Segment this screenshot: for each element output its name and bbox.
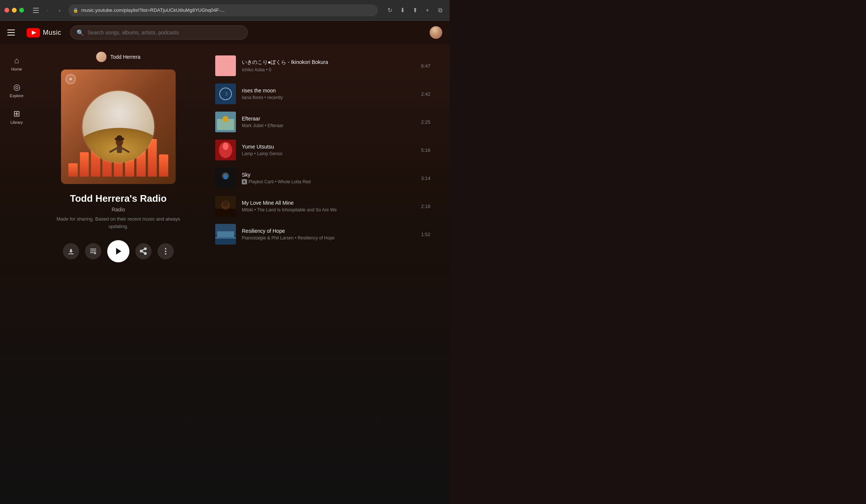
content-area: Todd Herrera <box>33 44 450 504</box>
share-icon[interactable]: ⬆ <box>410 5 420 16</box>
track-duration-2: 2:42 <box>421 91 430 97</box>
search-input[interactable] <box>88 30 241 35</box>
more-icon <box>162 248 169 255</box>
user-avatar[interactable] <box>430 26 442 39</box>
album-circle-image <box>82 91 154 163</box>
track-thumbnail-2: ☽ <box>215 84 236 104</box>
track-item[interactable]: Efteraar Mark Jubel • Efteraar 2:25 <box>211 108 435 136</box>
sidebar-item-library[interactable]: ⊞ Library <box>3 105 30 129</box>
track-artist-4: Lamp • Lamp Genso <box>242 151 283 156</box>
explore-label: Explore <box>10 93 23 98</box>
queue-button[interactable] <box>85 243 101 259</box>
play-button[interactable] <box>107 240 129 262</box>
logo-area: Music <box>27 28 61 37</box>
hamburger-line-1 <box>7 30 15 30</box>
left-panel: Todd Herrera <box>48 52 189 497</box>
track-info-6: My Love Mine All Mine Mitski • The Land … <box>242 200 415 212</box>
hamburger-button[interactable] <box>7 25 22 40</box>
more-button[interactable] <box>158 243 174 259</box>
track-meta-7: Pianostalgie & Phil Larsen • Resiliency … <box>242 235 415 241</box>
sidebar-item-home[interactable]: ⌂ Home <box>3 52 30 75</box>
playlist-type: Radio <box>112 207 125 212</box>
explicit-badge-5: E <box>242 179 247 184</box>
search-icon: 🔍 <box>77 29 84 36</box>
download-button[interactable] <box>63 243 79 259</box>
track-thumbnail-4 <box>215 140 236 160</box>
track-title-2: rises the moon <box>242 88 415 93</box>
track-meta-3: Mark Jubel • Efteraar <box>242 123 415 128</box>
back-button[interactable]: ‹ <box>43 5 53 16</box>
svg-rect-16 <box>117 146 122 153</box>
track-item[interactable]: ☽ rises the moon liana flores • recently… <box>211 80 435 108</box>
bar-1 <box>68 163 78 177</box>
album-art-container <box>61 69 176 184</box>
track-thumbnail-6 <box>215 196 236 217</box>
svg-rect-1 <box>33 10 39 11</box>
forward-button[interactable]: › <box>54 5 65 16</box>
explore-icon: ◎ <box>13 82 20 92</box>
home-icon: ⌂ <box>14 56 19 65</box>
svg-rect-41 <box>215 209 236 217</box>
sidebar-toggle-icon[interactable] <box>31 5 41 16</box>
new-tab-icon[interactable]: + <box>422 5 433 16</box>
svg-point-43 <box>223 201 228 207</box>
hamburger-line-2 <box>7 32 15 33</box>
track-duration-4: 5:16 <box>421 147 430 153</box>
track-title-5: Sky <box>242 172 415 178</box>
app-title: Music <box>43 29 61 37</box>
svg-rect-47 <box>217 231 234 237</box>
library-label: Library <box>10 120 23 125</box>
track-item[interactable]: Resiliency of Hope Pianostalgie & Phil L… <box>211 220 435 248</box>
track-info-3: Efteraar Mark Jubel • Efteraar <box>242 116 415 128</box>
svg-point-25 <box>165 251 166 252</box>
track-thumbnail-7 <box>215 224 236 245</box>
track-artist-3: Mark Jubel • Efteraar <box>242 123 283 128</box>
download-icon <box>67 248 75 255</box>
track-meta-1: Ichiko Aoba • 0 <box>242 67 415 72</box>
maximize-button[interactable] <box>19 8 24 13</box>
track-info-2: rises the moon liana flores • recently <box>242 88 415 100</box>
svg-marker-22 <box>94 252 97 255</box>
track-item[interactable]: 👤 Sky E Playboi Carti • Whole Lotta Red … <box>211 164 435 192</box>
app-container: Music 🔍 ⌂ Home ◎ Explore ⊞ Library <box>0 21 450 504</box>
share-button[interactable] <box>135 243 152 259</box>
track-title-7: Resiliency of Hope <box>242 228 415 234</box>
hamburger-line-3 <box>7 35 15 35</box>
browser-actions: ↻ ⬇ ⬆ + ⧉ <box>385 5 445 16</box>
action-buttons <box>63 240 174 262</box>
download-icon[interactable]: ⬇ <box>397 5 407 16</box>
top-nav: Music 🔍 <box>0 21 450 44</box>
url-text: music.youtube.com/playlist?list=RDATjuUC… <box>81 7 224 13</box>
track-duration-5: 3:14 <box>421 176 430 181</box>
track-duration-6: 2:18 <box>421 204 430 209</box>
svg-marker-23 <box>116 248 121 255</box>
track-title-3: Efteraar <box>242 116 415 122</box>
svg-point-15 <box>116 135 122 140</box>
track-artist-5: Playboi Carti • Whole Lotta Red <box>248 179 311 184</box>
refresh-icon[interactable]: ↻ <box>385 5 395 16</box>
playlist-title: Todd Herrera's Radio <box>70 193 166 204</box>
close-button[interactable] <box>4 8 9 13</box>
track-item[interactable]: Yume Utsutsu Lamp • Lamp Genso 5:16 <box>211 136 435 164</box>
tabs-icon[interactable]: ⧉ <box>435 5 445 16</box>
track-item[interactable]: My Love Mine All Mine Mitski • The Land … <box>211 192 435 220</box>
sidebar: ⌂ Home ◎ Explore ⊞ Library <box>0 44 33 504</box>
svg-rect-20 <box>90 251 96 251</box>
play-icon <box>114 247 123 256</box>
search-bar[interactable]: 🔍 <box>70 25 248 40</box>
track-duration-1: 6:47 <box>421 63 430 69</box>
track-title-1: いきのこり●ぼくら - Ikinokori Bokura <box>242 59 415 66</box>
track-meta-4: Lamp • Lamp Genso <box>242 151 415 156</box>
queue-icon <box>89 248 97 255</box>
track-info-1: いきのこり●ぼくら - Ikinokori Bokura Ichiko Aoba… <box>242 59 415 72</box>
address-bar[interactable]: 🔒 music.youtube.com/playlist?list=RDATju… <box>68 4 378 16</box>
minimize-button[interactable] <box>12 8 17 13</box>
sidebar-item-explore[interactable]: ◎ Explore <box>3 78 30 102</box>
track-info-4: Yume Utsutsu Lamp • Lamp Genso <box>242 144 415 156</box>
vinyl-dot <box>70 78 72 80</box>
album-circle <box>81 90 155 164</box>
track-item[interactable]: いきのこり●ぼくら - Ikinokori Bokura Ichiko Aoba… <box>211 52 435 80</box>
browser-controls: ‹ › <box>31 5 65 16</box>
vinyl-indicator <box>65 74 76 84</box>
main-content: ⌂ Home ◎ Explore ⊞ Library Todd Herrera <box>0 44 450 504</box>
